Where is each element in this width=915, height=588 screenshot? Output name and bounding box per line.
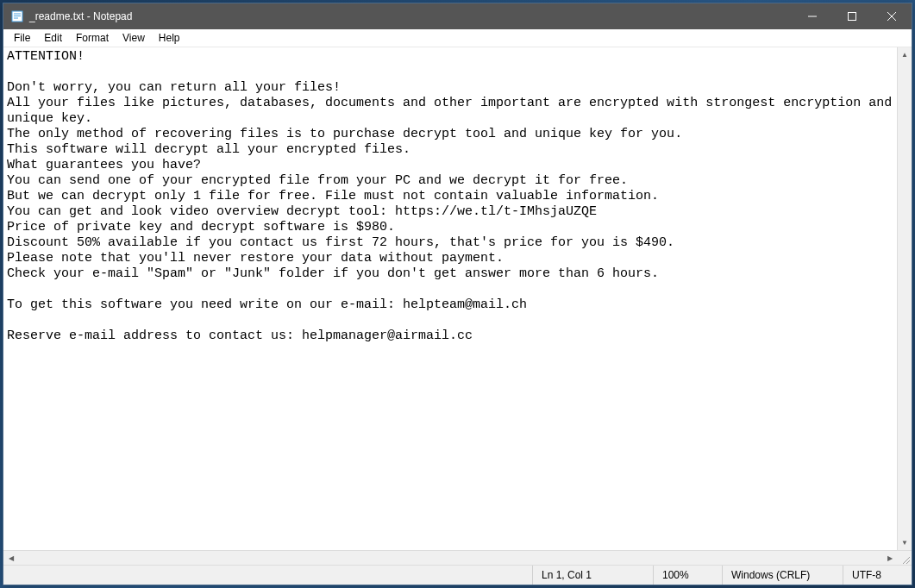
- scroll-right-icon[interactable]: ▶: [882, 551, 897, 566]
- status-encoding: UTF-8: [843, 566, 912, 585]
- content-area: ATTENTION! Don't worry, you can return a…: [3, 47, 912, 550]
- status-cursor-position: Ln 1, Col 1: [532, 566, 653, 585]
- maximize-button[interactable]: [832, 3, 872, 29]
- notepad-icon: [10, 9, 24, 23]
- titlebar[interactable]: _readme.txt - Notepad: [3, 3, 912, 29]
- horizontal-scrollbar-row: ◀ ▶: [3, 550, 912, 565]
- window-title: _readme.txt - Notepad: [29, 10, 793, 22]
- scroll-down-icon[interactable]: ▼: [898, 535, 912, 550]
- status-zoom: 100%: [653, 566, 722, 585]
- svg-line-9: [906, 560, 910, 564]
- resize-grip[interactable]: [897, 551, 912, 566]
- scroll-left-icon[interactable]: ◀: [3, 551, 18, 566]
- vertical-scrollbar[interactable]: ▲ ▼: [897, 47, 912, 550]
- svg-line-8: [903, 557, 910, 564]
- menu-view[interactable]: View: [116, 30, 152, 46]
- status-line-ending: Windows (CRLF): [722, 566, 843, 585]
- text-editor[interactable]: ATTENTION! Don't worry, you can return a…: [3, 47, 897, 550]
- horizontal-scrollbar[interactable]: ◀ ▶: [3, 551, 897, 565]
- scroll-up-icon[interactable]: ▲: [898, 47, 912, 62]
- menubar: File Edit Format View Help: [3, 29, 912, 47]
- menu-edit[interactable]: Edit: [37, 30, 69, 46]
- window-controls: [793, 3, 912, 29]
- svg-rect-5: [849, 13, 856, 21]
- close-button[interactable]: [872, 3, 912, 29]
- statusbar: Ln 1, Col 1 100% Windows (CRLF) UTF-8: [3, 565, 912, 585]
- notepad-window: _readme.txt - Notepad File Edit Format V…: [3, 3, 912, 585]
- menu-help[interactable]: Help: [152, 30, 187, 46]
- minimize-button[interactable]: [793, 3, 832, 29]
- menu-format[interactable]: Format: [69, 30, 116, 46]
- menu-file[interactable]: File: [7, 30, 37, 46]
